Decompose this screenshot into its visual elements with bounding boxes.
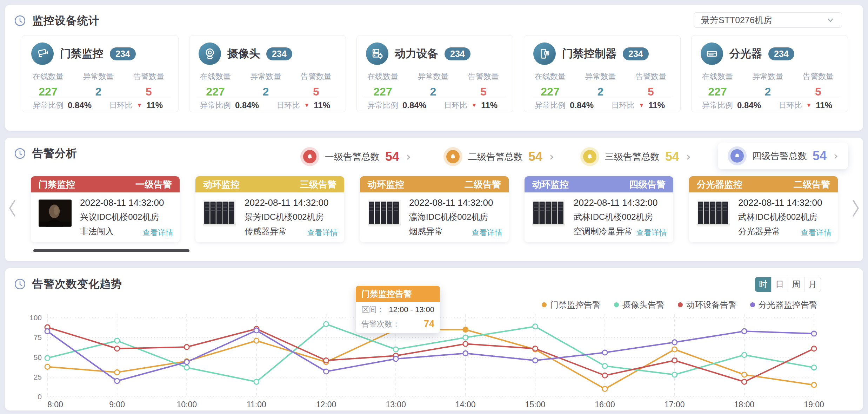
data-point[interactable] [393, 356, 398, 361]
data-point[interactable] [742, 379, 747, 384]
carousel-prev-button[interactable] [6, 196, 18, 221]
alarm-value: 5 [480, 85, 487, 98]
data-point[interactable] [672, 340, 677, 345]
data-point[interactable] [602, 363, 607, 368]
online-label: 在线数量 [702, 71, 733, 82]
data-point[interactable] [463, 335, 468, 340]
down-triangle-icon: ▼ [304, 103, 309, 108]
alarm-location: 兴议IDC机楼002机房 [80, 211, 175, 223]
alarm-total-item[interactable]: 三级告警总数 54 › [580, 147, 691, 166]
alarm-total-item[interactable]: 四级告警总数 54 › [718, 143, 848, 169]
alarm-total-item[interactable]: 二级告警总数 54 › [443, 147, 554, 166]
chart-tooltip: 门禁监控告警 区间： 12:00 - 13:00 告警次数： 74 [356, 286, 440, 333]
clock-icon [14, 278, 26, 290]
clock-icon [14, 15, 26, 27]
room-selector-dropdown[interactable]: 景芳STT0276机房 [694, 12, 842, 28]
x-tick-label: 12:00 [316, 400, 336, 409]
data-point[interactable] [115, 379, 120, 383]
chart-legend: 门禁监控告警摄像头告警动环设备告警分光器监控告警 [542, 299, 817, 310]
x-tick-label: 8:00 [47, 400, 63, 409]
data-point[interactable] [812, 382, 816, 387]
online-label: 在线数量 [200, 71, 231, 82]
alarm-source: 分光器监控 [697, 178, 742, 191]
legend-item[interactable]: 动环设备告警 [678, 299, 737, 310]
card-divider [196, 96, 339, 96]
data-point[interactable] [115, 346, 120, 351]
chevron-right-icon[interactable]: › [549, 150, 554, 163]
y-tick-label: 75 [34, 333, 42, 341]
data-point[interactable] [254, 328, 259, 333]
chevron-right-icon[interactable]: › [686, 150, 691, 163]
range-button-月[interactable]: 月 [804, 277, 821, 292]
abnormal-value: 2 [95, 85, 102, 98]
data-point[interactable] [184, 344, 189, 349]
down-triangle-icon: ▼ [136, 103, 142, 108]
abnormal-ratio-value: 0.84% [737, 100, 761, 110]
x-tick-label: 15:00 [525, 400, 546, 409]
device-card: 分光器 234 在线数量 227 异常数量 2 告警数量 5 异常比例 0.84… [691, 35, 848, 112]
view-details-link[interactable]: 查看详情 [142, 228, 173, 238]
chevron-right-icon[interactable]: › [406, 150, 411, 163]
device-card: 动力设备 234 在线数量 227 异常数量 2 告警数量 5 异常比例 0.8… [356, 35, 513, 112]
data-point[interactable] [184, 365, 189, 370]
device-total-badge: 234 [445, 47, 470, 60]
data-point[interactable] [533, 358, 538, 363]
data-point[interactable] [463, 327, 468, 332]
range-button-日[interactable]: 日 [771, 277, 788, 292]
legend-item[interactable]: 摄像头告警 [614, 299, 665, 310]
data-point[interactable] [115, 338, 120, 343]
horizontal-scrollbar[interactable] [33, 249, 189, 252]
alarm-value: 5 [648, 85, 654, 98]
data-point[interactable] [672, 347, 677, 352]
data-point[interactable] [533, 324, 538, 329]
data-point[interactable] [742, 372, 747, 377]
online-column: 在线数量 227 [702, 71, 733, 98]
data-point[interactable] [45, 356, 50, 361]
view-details-link[interactable]: 查看详情 [472, 228, 502, 238]
device-card: 门禁监控 234 在线数量 227 异常数量 2 告警数量 5 异常比例 0.8… [22, 35, 179, 112]
data-point[interactable] [324, 322, 329, 327]
alarm-cards-row: 门禁监控 一级告警 2022-08-11 14:32:00 兴议IDC机楼002… [31, 176, 838, 242]
alarm-time: 2022-08-11 14:32:00 [574, 197, 668, 208]
data-point[interactable] [533, 346, 538, 351]
data-point[interactable] [184, 360, 189, 364]
data-point[interactable] [812, 331, 816, 336]
carousel-next-button[interactable] [850, 196, 862, 221]
alarm-location: 武林IDC机楼002机房 [738, 211, 833, 223]
bell-halo [300, 147, 319, 166]
chevron-right-icon[interactable]: › [834, 149, 838, 163]
data-point[interactable] [672, 372, 677, 377]
data-point[interactable] [812, 346, 816, 351]
day-ratio-value: 11% [648, 100, 665, 110]
legend-item[interactable]: 分光器监控告警 [750, 299, 817, 310]
view-details-link[interactable]: 查看详情 [307, 228, 338, 238]
data-point[interactable] [463, 351, 468, 356]
view-details-link[interactable]: 查看详情 [801, 228, 832, 238]
data-point[interactable] [324, 358, 329, 363]
device-card-head: 分光器 234 [692, 35, 848, 65]
data-point[interactable] [742, 353, 747, 357]
data-point[interactable] [463, 341, 468, 346]
legend-item[interactable]: 门禁监控告警 [542, 299, 601, 310]
data-point[interactable] [393, 347, 398, 352]
data-point[interactable] [115, 370, 120, 375]
data-point[interactable] [45, 329, 50, 334]
view-details-link[interactable]: 查看详情 [636, 228, 667, 238]
alarm-total-item[interactable]: 一级告警总数 54 › [300, 147, 411, 166]
alarm-level: 一级告警 [135, 178, 172, 191]
data-point[interactable] [742, 329, 747, 334]
data-point[interactable] [254, 338, 259, 343]
data-point[interactable] [254, 379, 259, 384]
abnormal-column: 异常数量 2 [251, 71, 281, 98]
data-point[interactable] [324, 369, 329, 374]
range-button-时[interactable]: 时 [755, 277, 771, 292]
range-button-周[interactable]: 周 [788, 277, 804, 292]
day-ratio-label: 日环比 [611, 100, 634, 111]
data-point[interactable] [812, 365, 816, 370]
data-point[interactable] [672, 358, 677, 363]
data-point[interactable] [602, 373, 607, 378]
data-point[interactable] [602, 350, 607, 355]
data-point[interactable] [45, 364, 50, 369]
alarm-card-body: 2022-08-11 14:32:00 武林IDC机楼002机房 分光器异常 查… [689, 192, 838, 242]
data-point[interactable] [602, 387, 607, 392]
